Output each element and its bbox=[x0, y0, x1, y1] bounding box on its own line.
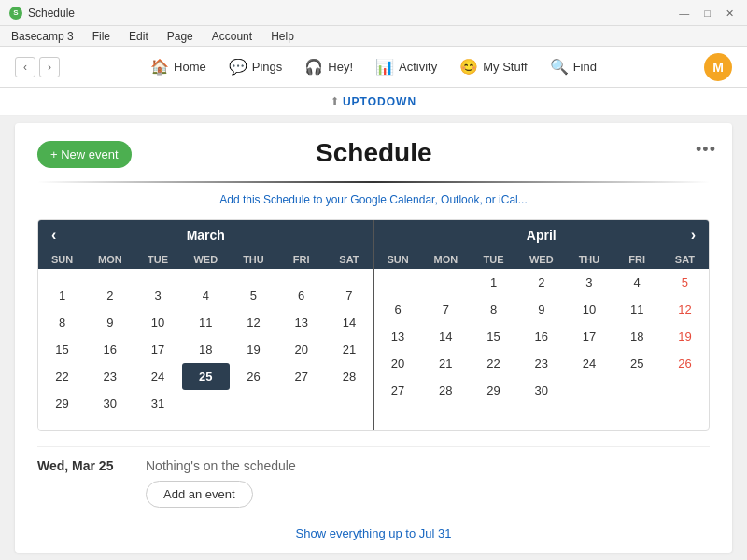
april-day-cell[interactable]: 14 bbox=[422, 323, 470, 350]
user-avatar[interactable]: M bbox=[704, 53, 732, 81]
prev-month-button[interactable]: ‹ bbox=[44, 225, 63, 245]
april-day-headers: SUN MON TUE WED THU FRI SAT bbox=[374, 250, 710, 269]
april-day-cell[interactable]: 8 bbox=[470, 296, 517, 323]
add-event-button[interactable]: Add an event bbox=[146, 481, 253, 508]
april-day-cell[interactable]: 23 bbox=[517, 350, 565, 377]
march-day-cell[interactable]: 27 bbox=[277, 363, 325, 390]
march-day-cell[interactable]: 23 bbox=[86, 363, 134, 390]
nav-pings[interactable]: 💬 Pings bbox=[219, 52, 292, 81]
march-day-cell[interactable]: 28 bbox=[325, 363, 373, 390]
forward-button[interactable]: › bbox=[39, 57, 60, 77]
menu-basecamp3[interactable]: Basecamp 3 bbox=[7, 28, 78, 45]
march-day-cell[interactable]: 16 bbox=[86, 336, 134, 363]
restore-button[interactable]: □ bbox=[700, 6, 714, 21]
nav-activity[interactable]: 📊 Activity bbox=[366, 52, 446, 81]
march-day-cell[interactable]: 10 bbox=[134, 309, 181, 336]
april-calendar: April › SUN MON TUE WED THU FRI SAT 1234… bbox=[374, 220, 710, 430]
march-day-cell[interactable]: 4 bbox=[182, 282, 230, 309]
march-day-cell[interactable]: 24 bbox=[134, 363, 181, 390]
nav-find-label: Find bbox=[573, 60, 597, 74]
march-day-cell bbox=[182, 269, 230, 282]
march-day-cell[interactable]: 29 bbox=[38, 390, 86, 417]
back-button[interactable]: ‹ bbox=[15, 57, 35, 77]
minimize-button[interactable]: — bbox=[675, 6, 693, 21]
march-day-cell[interactable]: 31 bbox=[134, 390, 181, 417]
new-event-button[interactable]: + New event bbox=[37, 141, 132, 168]
march-day-cell[interactable]: 5 bbox=[230, 282, 277, 309]
april-day-cell[interactable]: 5 bbox=[661, 269, 709, 296]
april-day-cell bbox=[613, 377, 661, 404]
march-day-cell[interactable]: 18 bbox=[182, 336, 230, 363]
nav-mystuff[interactable]: 😊 My Stuff bbox=[450, 52, 536, 81]
next-month-button[interactable]: › bbox=[684, 225, 703, 245]
close-button[interactable]: ✕ bbox=[722, 6, 738, 21]
april-day-cell[interactable]: 20 bbox=[374, 350, 422, 377]
nav-find[interactable]: 🔍 Find bbox=[541, 52, 606, 81]
menu-account[interactable]: Account bbox=[208, 28, 256, 45]
april-day-cell[interactable]: 17 bbox=[565, 323, 613, 350]
april-day-cell[interactable]: 29 bbox=[470, 377, 517, 404]
april-day-cell[interactable]: 15 bbox=[470, 323, 517, 350]
april-day-cell[interactable]: 12 bbox=[661, 296, 709, 323]
march-day-cell bbox=[230, 390, 277, 417]
april-day-cell[interactable]: 10 bbox=[565, 296, 613, 323]
google-cal-link[interactable]: Add this Schedule to your Google Calenda… bbox=[219, 193, 528, 206]
april-day-cell[interactable]: 3 bbox=[565, 269, 613, 296]
march-day-cell[interactable]: 11 bbox=[182, 309, 230, 336]
march-day-cell[interactable]: 7 bbox=[325, 282, 373, 309]
april-day-cell[interactable]: 18 bbox=[613, 323, 661, 350]
april-day-cell[interactable]: 28 bbox=[422, 377, 470, 404]
april-day-cell[interactable]: 13 bbox=[374, 323, 422, 350]
show-everything-link[interactable]: Show everything up to Jul 31 bbox=[296, 526, 452, 540]
menu-file[interactable]: File bbox=[89, 28, 114, 45]
april-day-cell[interactable]: 24 bbox=[565, 350, 613, 377]
nav-home[interactable]: 🏠 Home bbox=[141, 52, 216, 81]
march-day-cell[interactable]: 19 bbox=[230, 336, 277, 363]
march-day-cell[interactable]: 20 bbox=[277, 336, 325, 363]
march-day-cell bbox=[277, 390, 325, 417]
march-day-cell[interactable]: 6 bbox=[277, 282, 325, 309]
march-day-cell bbox=[325, 390, 373, 417]
march-day-cell[interactable]: 13 bbox=[277, 309, 325, 336]
april-day-cell[interactable]: 2 bbox=[517, 269, 565, 296]
march-day-cell bbox=[86, 269, 134, 282]
april-day-cell[interactable]: 27 bbox=[374, 377, 422, 404]
menu-edit[interactable]: Edit bbox=[125, 28, 152, 45]
april-day-cell[interactable]: 16 bbox=[517, 323, 565, 350]
april-day-cell[interactable]: 30 bbox=[517, 377, 565, 404]
mystuff-icon: 😊 bbox=[459, 58, 478, 76]
march-day-cell[interactable]: 1 bbox=[38, 282, 86, 309]
nav-bar: ‹ › 🏠 Home 💬 Pings 🎧 Hey! 📊 Activity 😊 M… bbox=[0, 47, 747, 88]
april-day-cell[interactable]: 11 bbox=[613, 296, 661, 323]
menu-help[interactable]: Help bbox=[267, 28, 298, 45]
april-day-cell[interactable]: 7 bbox=[422, 296, 470, 323]
april-day-cell[interactable]: 22 bbox=[470, 350, 517, 377]
march-day-cell[interactable]: 9 bbox=[86, 309, 134, 336]
april-day-cell[interactable]: 1 bbox=[470, 269, 517, 296]
march-day-cell[interactable]: 26 bbox=[230, 363, 277, 390]
april-day-cell[interactable]: 6 bbox=[374, 296, 422, 323]
march-day-cell[interactable]: 3 bbox=[134, 282, 181, 309]
march-day-headers: SUN MON TUE WED THU FRI SAT bbox=[38, 250, 374, 269]
april-day-cell[interactable]: 4 bbox=[613, 269, 661, 296]
april-day-cell[interactable]: 9 bbox=[517, 296, 565, 323]
march-day-cell[interactable]: 25 bbox=[182, 363, 230, 390]
march-day-cell[interactable]: 12 bbox=[230, 309, 277, 336]
uptodown-link[interactable]: UPTODOWN bbox=[343, 95, 416, 108]
march-day-cell[interactable]: 8 bbox=[38, 309, 86, 336]
march-day-cell[interactable]: 14 bbox=[325, 309, 373, 336]
april-day-cell[interactable]: 26 bbox=[661, 350, 709, 377]
march-day-cell[interactable]: 21 bbox=[325, 336, 373, 363]
april-day-cell[interactable]: 19 bbox=[661, 323, 709, 350]
more-options-button[interactable]: ••• bbox=[691, 134, 721, 164]
march-day-cell[interactable]: 15 bbox=[38, 336, 86, 363]
march-day-cell[interactable]: 22 bbox=[38, 363, 86, 390]
menu-page[interactable]: Page bbox=[163, 28, 197, 45]
march-day-cell[interactable]: 2 bbox=[86, 282, 134, 309]
april-day-cell[interactable]: 25 bbox=[613, 350, 661, 377]
march-day-cell[interactable]: 17 bbox=[134, 336, 181, 363]
april-day-cell[interactable]: 21 bbox=[422, 350, 470, 377]
nav-hey[interactable]: 🎧 Hey! bbox=[295, 52, 362, 81]
march-day-cell[interactable]: 30 bbox=[86, 390, 134, 417]
sun-header: SUN bbox=[38, 250, 86, 269]
